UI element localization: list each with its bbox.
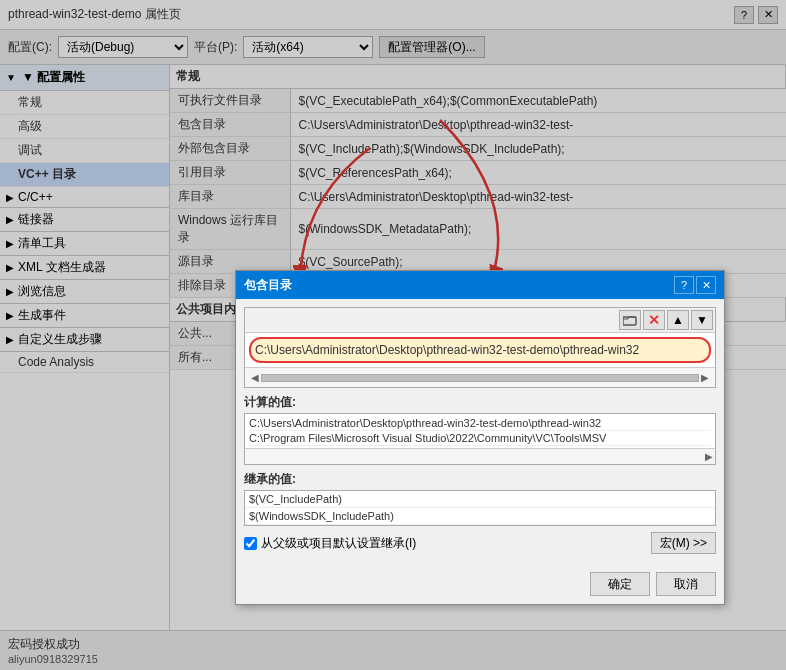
folder-icon-button[interactable] <box>619 310 641 330</box>
dialog-content: ✕ ▲ ▼ <box>236 299 724 566</box>
inherited-item: $(WindowsSDK_IncludePath) <box>245 508 715 525</box>
inherited-item: $(VC_IncludePath) <box>245 491 715 508</box>
svg-rect-1 <box>623 317 636 325</box>
computed-label: 计算的值: <box>244 394 716 411</box>
dialog-title: 包含目录 <box>244 277 292 294</box>
down-arrow-icon: ▼ <box>696 313 708 327</box>
inherited-area: $(VC_IncludePath) $(WindowsSDK_IncludePa… <box>244 490 716 526</box>
scroll-track: ◀ ▶ <box>249 372 711 383</box>
dialog-actions: 确定 取消 <box>236 566 724 604</box>
scroll-track-h <box>245 449 703 464</box>
move-up-icon-button[interactable]: ▲ <box>667 310 689 330</box>
main-window: pthread-win32-test-demo 属性页 ? ✕ 配置(C): 活… <box>0 0 786 670</box>
computed-item: C:\Program Files\Microsoft Visual Studio… <box>249 431 711 446</box>
computed-area: C:\Users\Administrator\Desktop\pthread-w… <box>244 413 716 465</box>
up-arrow-icon: ▲ <box>672 313 684 327</box>
scroll-right-arrow[interactable]: ▶ <box>699 372 711 383</box>
input-list-area: ✕ ▲ ▼ <box>244 307 716 388</box>
path-input-field[interactable] <box>255 343 705 357</box>
dialog-overlay: 包含目录 ? ✕ ✕ <box>0 0 786 670</box>
path-input-row[interactable] <box>249 337 711 363</box>
include-dir-dialog: 包含目录 ? ✕ ✕ <box>235 270 725 605</box>
ok-button[interactable]: 确定 <box>590 572 650 596</box>
inherited-label: 继承的值: <box>244 471 716 488</box>
dialog-title-buttons: ? ✕ <box>674 276 716 294</box>
inherit-checkbox-label: 从父级或项目默认设置继承(I) <box>261 535 416 552</box>
computed-scrollbar[interactable]: ▶ <box>245 448 715 464</box>
inherit-checkbox-row: 从父级或项目默认设置继承(I) 宏(M) >> <box>244 532 716 554</box>
dialog-title-bar: 包含目录 ? ✕ <box>236 271 724 299</box>
dialog-help-button[interactable]: ? <box>674 276 694 294</box>
computed-item: C:\Users\Administrator\Desktop\pthread-w… <box>249 416 711 431</box>
computed-list: C:\Users\Administrator\Desktop\pthread-w… <box>245 414 715 448</box>
dialog-close-button[interactable]: ✕ <box>696 276 716 294</box>
macro-button[interactable]: 宏(M) >> <box>651 532 716 554</box>
input-list-toolbar: ✕ ▲ ▼ <box>245 308 715 333</box>
move-down-icon-button[interactable]: ▼ <box>691 310 713 330</box>
inherit-checkbox[interactable] <box>244 537 257 550</box>
delete-icon-button[interactable]: ✕ <box>643 310 665 330</box>
scroll-thumb[interactable] <box>261 374 699 382</box>
delete-icon: ✕ <box>648 312 660 328</box>
path-scrollbar[interactable]: ◀ ▶ <box>245 367 715 387</box>
cancel-button[interactable]: 取消 <box>656 572 716 596</box>
scroll-left-arrow[interactable]: ◀ <box>249 372 261 383</box>
scroll-right[interactable]: ▶ <box>703 449 715 464</box>
